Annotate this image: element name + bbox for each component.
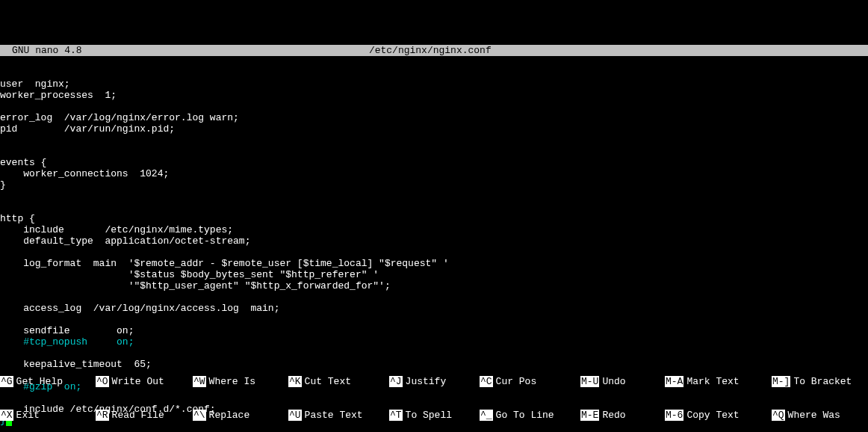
shortcut-label: Copy Text	[683, 410, 739, 421]
shortcut-bar: ^GGet Help^OWrite Out^WWhere Is^KCut Tex…	[0, 354, 868, 432]
shortcut-key: ^U	[288, 410, 302, 421]
editor-line: sendfile on;	[0, 325, 868, 336]
shortcut-item: ^GGet Help	[0, 376, 96, 387]
shortcut-key: M-E	[580, 410, 599, 421]
editor-line	[0, 314, 868, 325]
shortcut-key: ^G	[0, 376, 13, 387]
editor-line: http {	[0, 213, 868, 224]
shortcut-key: M-A	[665, 376, 683, 387]
shortcut-label: Justify	[403, 376, 447, 387]
shortcut-item: M-]To Bracket	[772, 376, 868, 387]
shortcut-label: Exit	[13, 410, 40, 421]
shortcut-key: ^X	[0, 410, 13, 421]
title-bar: GNU nano 4.8 /etc/nginx/nginx.conf	[0, 45, 868, 56]
shortcut-label: Where Is	[206, 376, 255, 387]
shortcut-item: ^CCur Pos	[480, 376, 580, 387]
shortcut-key: ^J	[389, 376, 403, 387]
shortcut-label: Replace	[206, 410, 250, 421]
shortcut-label: To Spell	[403, 410, 452, 421]
editor-line	[0, 135, 868, 146]
shortcut-row-1: ^GGet Help^OWrite Out^WWhere Is^KCut Tex…	[0, 376, 868, 387]
shortcut-key: ^Q	[772, 410, 785, 421]
file-path: /etc/nginx/nginx.conf	[82, 45, 778, 56]
shortcut-key: ^O	[96, 376, 109, 387]
shortcut-label: Where Was	[785, 410, 840, 421]
shortcut-label: Redo	[599, 410, 625, 421]
shortcut-item: ^JJustify	[389, 376, 480, 387]
editor-line: user nginx;	[0, 78, 868, 90]
shortcut-key: ^K	[288, 376, 302, 387]
shortcut-item: ^XExit	[0, 410, 96, 421]
editor-line	[0, 146, 868, 157]
shortcut-label: Cut Text	[302, 376, 351, 387]
editor-line: '"$http_user_agent" "$http_x_forwarded_f…	[0, 280, 868, 291]
shortcut-key: ^R	[96, 410, 109, 421]
editor-line: access_log /var/log/nginx/access.log mai…	[0, 303, 868, 314]
editor-line	[0, 191, 868, 202]
shortcut-item: ^TTo Spell	[389, 410, 480, 421]
shortcut-label: Paste Text	[302, 410, 363, 421]
shortcut-label: Read File	[109, 410, 164, 421]
editor-line: include /etc/nginx/mime.types;	[0, 224, 868, 235]
shortcut-key: ^C	[480, 376, 493, 387]
editor-line: pid /var/run/nginx.pid;	[0, 123, 868, 135]
shortcut-item: M-6Copy Text	[665, 410, 772, 421]
shortcut-item: ^\Replace	[193, 410, 288, 421]
shortcut-key: ^W	[193, 376, 206, 387]
shortcut-key: ^T	[389, 410, 403, 421]
shortcut-item: M-UUndo	[580, 376, 665, 387]
editor-line: default_type application/octet-stream;	[0, 235, 868, 247]
shortcut-item: ^UPaste Text	[288, 410, 389, 421]
editor-line	[0, 202, 868, 213]
shortcut-label: To Bracket	[790, 376, 852, 387]
app-name: GNU nano 4.8	[0, 45, 82, 56]
shortcut-label: Go To Line	[493, 410, 554, 421]
editor-line: log_format main '$remote_addr - $remote_…	[0, 258, 868, 269]
shortcut-item: ^OWrite Out	[96, 376, 193, 387]
shortcut-item: ^RRead File	[96, 410, 193, 421]
editor-line: #tcp_nopush on;	[0, 336, 868, 348]
editor-line: worker_processes 1;	[0, 90, 868, 101]
editor-line: '$status $body_bytes_sent "$http_referer…	[0, 269, 868, 280]
shortcut-item: ^WWhere Is	[193, 376, 288, 387]
shortcut-label: Undo	[599, 376, 625, 387]
editor-line	[0, 101, 868, 112]
shortcut-key: M-6	[665, 410, 683, 421]
editor-line: events {	[0, 157, 868, 168]
editor-line	[0, 247, 868, 258]
shortcut-label: Cur Pos	[493, 376, 537, 387]
shortcut-label: Get Help	[13, 376, 63, 387]
shortcut-item: M-ERedo	[580, 410, 665, 421]
editor-line: worker_connections 1024;	[0, 168, 868, 179]
shortcut-key: ^_	[480, 410, 493, 421]
editor-line: error_log /var/log/nginx/error.log warn;	[0, 112, 868, 123]
shortcut-label: Write Out	[109, 376, 164, 387]
shortcut-key: M-U	[580, 376, 599, 387]
shortcut-item: M-AMark Text	[665, 376, 772, 387]
shortcut-item: ^KCut Text	[288, 376, 389, 387]
shortcut-row-2: ^XExit^RRead File^\Replace^UPaste Text^T…	[0, 410, 868, 421]
shortcut-key: M-]	[772, 376, 790, 387]
shortcut-item: ^QWhere Was	[772, 410, 868, 421]
shortcut-label: Mark Text	[683, 376, 739, 387]
shortcut-item: ^_Go To Line	[480, 410, 580, 421]
editor-line: }	[0, 179, 868, 191]
editor-line	[0, 291, 868, 303]
shortcut-key: ^\	[193, 410, 206, 421]
